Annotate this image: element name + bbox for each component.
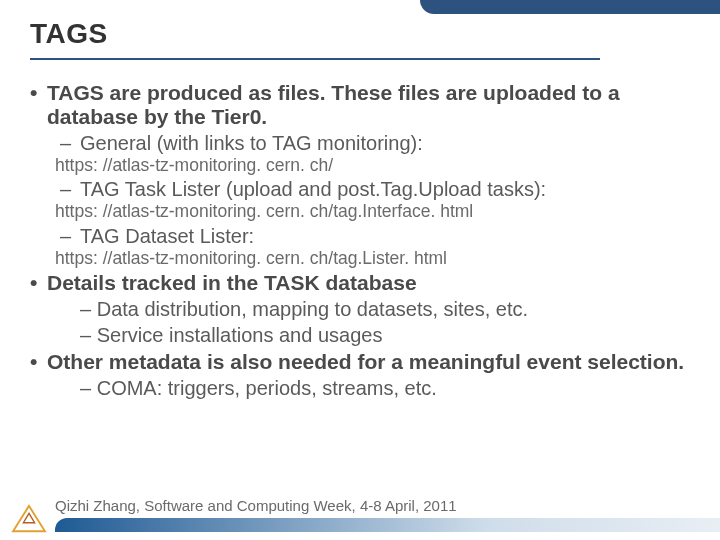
slide: TAGS TAGS are produced as files. These f… <box>0 0 720 540</box>
bullet-text: Service installations and usages <box>97 324 383 346</box>
bullet-level1: Other metadata is also needed for a mean… <box>25 350 692 374</box>
link-text: https: //atlas-tz-monitoring. cern. ch/t… <box>55 248 692 268</box>
bullet-text: COMA: triggers, periods, streams, etc. <box>97 377 437 399</box>
bullet-level2: – Data distribution, mapping to datasets… <box>80 297 692 321</box>
title-area: TAGS <box>30 18 108 50</box>
link-text: https: //atlas-tz-monitoring. cern. ch/t… <box>55 201 692 221</box>
footer-text: Qizhi Zhang, Software and Computing Week… <box>55 497 457 514</box>
bullet-text: Data distribution, mapping to datasets, … <box>97 298 528 320</box>
footer-bar <box>55 518 720 532</box>
link-text: https: //atlas-tz-monitoring. cern. ch/ <box>55 155 692 175</box>
slide-title: TAGS <box>30 18 108 50</box>
bullet-level1: Details tracked in the TASK database <box>25 271 692 295</box>
bullet-level2: TAG Task Lister (upload and post.Tag.Upl… <box>60 177 692 201</box>
body-content: TAGS are produced as files. These files … <box>25 78 692 400</box>
bullet-level2: TAG Dataset Lister: <box>60 224 692 248</box>
bullet-level2: – COMA: triggers, periods, streams, etc. <box>80 376 692 400</box>
title-underline <box>30 58 600 60</box>
logo-triangle-icon <box>10 504 48 534</box>
top-accent-bar <box>420 0 720 14</box>
bullet-level2: – Service installations and usages <box>80 323 692 347</box>
bullet-level2: General (with links to TAG monitoring): <box>60 131 692 155</box>
bullet-level1: TAGS are produced as files. These files … <box>25 81 692 129</box>
